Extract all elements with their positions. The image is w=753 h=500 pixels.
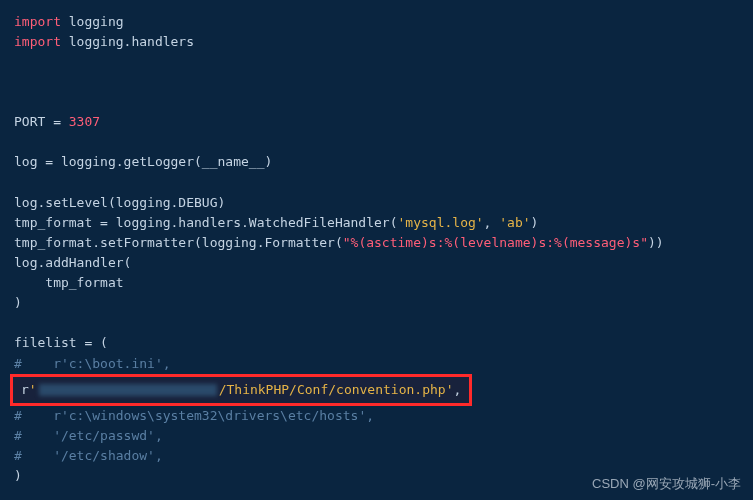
comma: , — [366, 408, 374, 423]
module-name: logging.handlers — [61, 34, 194, 49]
setlevel: log.setLevel(logging.DEBUG) — [14, 195, 225, 210]
comment-prefix: # — [14, 428, 53, 443]
code-line-log-assign: log = logging.getLogger(__name__) — [14, 152, 739, 172]
keyword-import: import — [14, 14, 61, 29]
comma: , — [453, 382, 461, 397]
code-line-comment-hosts: # r'c:\windows\system32\drivers\etc/host… — [14, 406, 739, 426]
port-lhs: PORT = — [14, 114, 69, 129]
code-line-port: PORT = 3307 — [14, 112, 739, 132]
keyword-import: import — [14, 34, 61, 49]
string-ab: 'ab' — [499, 215, 530, 230]
highlighted-line-wrapper: r'/ThinkPHP/Conf/convention.php', — [14, 374, 739, 406]
close-parens: )) — [648, 235, 664, 250]
close-paren: ) — [531, 215, 539, 230]
comment-prefix: # r — [14, 356, 61, 371]
code-line-addhandler-arg: tmp_format — [14, 273, 739, 293]
tmpformat-lhs: tmp_format = logging.handlers.WatchedFil… — [14, 215, 398, 230]
addhandler-open: log.addHandler( — [14, 255, 131, 270]
addhandler-close: ) — [14, 295, 22, 310]
code-line-2: import logging.handlers — [14, 32, 739, 52]
csdn-watermark: CSDN @网安攻城狮-小李 — [592, 474, 741, 494]
blank-line — [14, 173, 739, 193]
code-line-filelist-open: filelist = ( — [14, 333, 739, 353]
addhandler-arg: tmp_format — [14, 275, 124, 290]
comment-string-hosts: 'c:\windows\system32\drivers\etc/hosts' — [61, 408, 366, 423]
code-line-comment-shadow: # '/etc/shadow', — [14, 446, 739, 466]
code-line-tmpformat: tmp_format = logging.handlers.WatchedFil… — [14, 213, 739, 233]
setformatter-lhs: tmp_format.setFormatter(logging.Formatte… — [14, 235, 343, 250]
comma: , — [484, 215, 500, 230]
comment-string-boot: 'c:\boot.ini' — [61, 356, 163, 371]
code-line-1: import logging — [14, 12, 739, 32]
code-line-addhandler-close: ) — [14, 293, 739, 313]
log-assign: log = logging.getLogger(__name__) — [14, 154, 272, 169]
filelist-open: filelist = ( — [14, 335, 108, 350]
comment-string-passwd: '/etc/passwd' — [53, 428, 155, 443]
comment-prefix: # — [14, 448, 53, 463]
blank-lines — [14, 52, 739, 112]
comma: , — [163, 356, 171, 371]
format-string: "%(asctime)s:%(levelname)s:%(message)s" — [343, 235, 648, 250]
highlight-box: r'/ThinkPHP/Conf/convention.php', — [10, 374, 472, 406]
module-name: logging — [61, 14, 124, 29]
string-quote: ' — [29, 382, 37, 397]
redacted-text — [39, 384, 217, 396]
string-thinkphp-path: /ThinkPHP/Conf/convention.php' — [219, 382, 454, 397]
string-mysql-log: 'mysql.log' — [398, 215, 484, 230]
hl-prefix: r — [21, 382, 29, 397]
comma: , — [155, 448, 163, 463]
port-number: 3307 — [69, 114, 100, 129]
code-line-comment-boot: # r'c:\boot.ini', — [14, 354, 739, 374]
blank-line — [14, 313, 739, 333]
code-line-setformatter: tmp_format.setFormatter(logging.Formatte… — [14, 233, 739, 253]
comma: , — [155, 428, 163, 443]
code-line-addhandler-open: log.addHandler( — [14, 253, 739, 273]
code-line-comment-passwd: # '/etc/passwd', — [14, 426, 739, 446]
blank-line — [14, 132, 739, 152]
close-paren: ) — [14, 468, 22, 483]
code-line-setlevel: log.setLevel(logging.DEBUG) — [14, 193, 739, 213]
comment-prefix: # r — [14, 408, 61, 423]
comment-string-shadow: '/etc/shadow' — [53, 448, 155, 463]
